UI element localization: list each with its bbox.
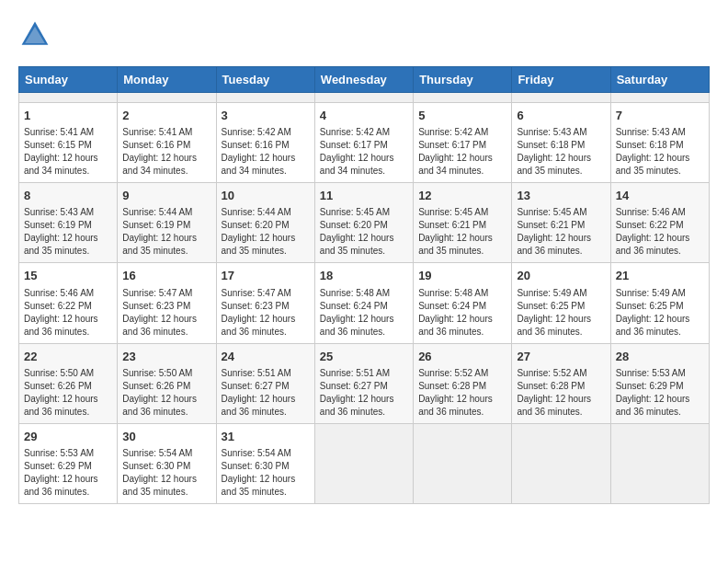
day-number: 26 (418, 349, 506, 365)
calendar-cell (314, 93, 413, 103)
day-info: Sunrise: 5:43 AMSunset: 6:18 PMDaylight:… (616, 126, 704, 178)
day-info: Sunrise: 5:45 AMSunset: 6:21 PMDaylight:… (418, 206, 506, 258)
calendar-cell (314, 423, 413, 503)
calendar-cell: 27Sunrise: 5:52 AMSunset: 6:28 PMDayligh… (512, 343, 610, 423)
day-info: Sunrise: 5:51 AMSunset: 6:27 PMDaylight:… (222, 367, 310, 419)
day-number: 10 (222, 188, 310, 204)
calendar-cell: 4Sunrise: 5:42 AMSunset: 6:17 PMDaylight… (314, 103, 413, 183)
day-info: Sunrise: 5:44 AMSunset: 6:20 PMDaylight:… (222, 206, 310, 258)
day-info: Sunrise: 5:50 AMSunset: 6:26 PMDaylight:… (122, 367, 210, 419)
day-info: Sunrise: 5:47 AMSunset: 6:23 PMDaylight:… (222, 287, 310, 339)
day-info: Sunrise: 5:52 AMSunset: 6:28 PMDaylight:… (517, 367, 605, 419)
day-info: Sunrise: 5:45 AMSunset: 6:21 PMDaylight:… (517, 206, 605, 258)
calendar-cell (414, 423, 512, 503)
day-info: Sunrise: 5:43 AMSunset: 6:18 PMDaylight:… (517, 126, 605, 178)
calendar-cell: 9Sunrise: 5:44 AMSunset: 6:19 PMDaylight… (118, 183, 216, 263)
day-info: Sunrise: 5:42 AMSunset: 6:17 PMDaylight:… (320, 126, 408, 178)
calendar-cell: 5Sunrise: 5:42 AMSunset: 6:17 PMDaylight… (414, 103, 512, 183)
day-number: 7 (616, 108, 704, 124)
calendar-cell (610, 93, 709, 103)
day-number: 21 (616, 268, 704, 284)
day-number: 5 (418, 108, 506, 124)
day-info: Sunrise: 5:54 AMSunset: 6:30 PMDaylight:… (122, 447, 210, 499)
logo-icon (18, 18, 51, 52)
day-number: 8 (24, 188, 112, 204)
day-info: Sunrise: 5:41 AMSunset: 6:15 PMDaylight:… (24, 126, 112, 178)
day-info: Sunrise: 5:45 AMSunset: 6:20 PMDaylight:… (320, 206, 408, 258)
calendar-cell: 26Sunrise: 5:52 AMSunset: 6:28 PMDayligh… (414, 343, 512, 423)
calendar-cell: 16Sunrise: 5:47 AMSunset: 6:23 PMDayligh… (118, 263, 216, 343)
day-number: 14 (616, 188, 704, 204)
day-number: 29 (24, 429, 112, 445)
day-number: 16 (122, 268, 210, 284)
calendar-cell: 23Sunrise: 5:50 AMSunset: 6:26 PMDayligh… (118, 343, 216, 423)
day-info: Sunrise: 5:42 AMSunset: 6:17 PMDaylight:… (418, 126, 506, 178)
calendar-cell: 3Sunrise: 5:42 AMSunset: 6:16 PMDaylight… (216, 103, 314, 183)
calendar-cell: 30Sunrise: 5:54 AMSunset: 6:30 PMDayligh… (118, 423, 216, 503)
day-info: Sunrise: 5:52 AMSunset: 6:28 PMDaylight:… (418, 367, 506, 419)
calendar-cell: 1Sunrise: 5:41 AMSunset: 6:15 PMDaylight… (19, 103, 118, 183)
day-header-tuesday: Tuesday (216, 67, 314, 93)
calendar-cell: 7Sunrise: 5:43 AMSunset: 6:18 PMDaylight… (610, 103, 709, 183)
day-number: 2 (122, 108, 210, 124)
day-info: Sunrise: 5:46 AMSunset: 6:22 PMDaylight:… (616, 206, 704, 258)
calendar: SundayMondayTuesdayWednesdayThursdayFrid… (18, 66, 710, 504)
day-number: 28 (616, 349, 704, 365)
day-info: Sunrise: 5:44 AMSunset: 6:19 PMDaylight:… (122, 206, 210, 258)
calendar-cell: 8Sunrise: 5:43 AMSunset: 6:19 PMDaylight… (19, 183, 118, 263)
day-info: Sunrise: 5:53 AMSunset: 6:29 PMDaylight:… (616, 367, 704, 419)
day-number: 11 (320, 188, 408, 204)
calendar-cell: 13Sunrise: 5:45 AMSunset: 6:21 PMDayligh… (512, 183, 610, 263)
day-info: Sunrise: 5:54 AMSunset: 6:30 PMDaylight:… (222, 447, 310, 499)
calendar-cell (610, 423, 709, 503)
calendar-cell (19, 93, 118, 103)
day-number: 3 (222, 108, 310, 124)
calendar-cell (216, 93, 314, 103)
day-header-monday: Monday (118, 67, 216, 93)
week-row-0 (19, 93, 710, 103)
day-info: Sunrise: 5:48 AMSunset: 6:24 PMDaylight:… (320, 287, 408, 339)
day-info: Sunrise: 5:49 AMSunset: 6:25 PMDaylight:… (517, 287, 605, 339)
day-info: Sunrise: 5:50 AMSunset: 6:26 PMDaylight:… (24, 367, 112, 419)
day-number: 23 (122, 349, 210, 365)
calendar-cell: 17Sunrise: 5:47 AMSunset: 6:23 PMDayligh… (216, 263, 314, 343)
calendar-cell: 14Sunrise: 5:46 AMSunset: 6:22 PMDayligh… (610, 183, 709, 263)
day-header-wednesday: Wednesday (314, 67, 413, 93)
week-row-1: 1Sunrise: 5:41 AMSunset: 6:15 PMDaylight… (19, 103, 710, 183)
logo (18, 18, 55, 52)
day-number: 25 (320, 349, 408, 365)
calendar-cell: 12Sunrise: 5:45 AMSunset: 6:21 PMDayligh… (414, 183, 512, 263)
week-row-3: 15Sunrise: 5:46 AMSunset: 6:22 PMDayligh… (19, 263, 710, 343)
calendar-cell: 6Sunrise: 5:43 AMSunset: 6:18 PMDaylight… (512, 103, 610, 183)
day-header-thursday: Thursday (414, 67, 512, 93)
day-number: 27 (517, 349, 605, 365)
calendar-cell: 29Sunrise: 5:53 AMSunset: 6:29 PMDayligh… (19, 423, 118, 503)
week-row-4: 22Sunrise: 5:50 AMSunset: 6:26 PMDayligh… (19, 343, 710, 423)
calendar-cell: 28Sunrise: 5:53 AMSunset: 6:29 PMDayligh… (610, 343, 709, 423)
day-header-saturday: Saturday (610, 67, 709, 93)
header-row: SundayMondayTuesdayWednesdayThursdayFrid… (19, 67, 710, 93)
calendar-cell: 25Sunrise: 5:51 AMSunset: 6:27 PMDayligh… (314, 343, 413, 423)
day-header-friday: Friday (512, 67, 610, 93)
day-number: 20 (517, 268, 605, 284)
day-number: 4 (320, 108, 408, 124)
day-info: Sunrise: 5:53 AMSunset: 6:29 PMDaylight:… (24, 447, 112, 499)
day-info: Sunrise: 5:41 AMSunset: 6:16 PMDaylight:… (122, 126, 210, 178)
calendar-cell: 24Sunrise: 5:51 AMSunset: 6:27 PMDayligh… (216, 343, 314, 423)
day-number: 30 (122, 429, 210, 445)
day-number: 1 (24, 108, 112, 124)
day-number: 12 (418, 188, 506, 204)
calendar-cell: 18Sunrise: 5:48 AMSunset: 6:24 PMDayligh… (314, 263, 413, 343)
day-info: Sunrise: 5:43 AMSunset: 6:19 PMDaylight:… (24, 206, 112, 258)
calendar-cell: 2Sunrise: 5:41 AMSunset: 6:16 PMDaylight… (118, 103, 216, 183)
day-info: Sunrise: 5:47 AMSunset: 6:23 PMDaylight:… (122, 287, 210, 339)
calendar-cell: 19Sunrise: 5:48 AMSunset: 6:24 PMDayligh… (414, 263, 512, 343)
day-number: 6 (517, 108, 605, 124)
calendar-cell (512, 93, 610, 103)
day-info: Sunrise: 5:51 AMSunset: 6:27 PMDaylight:… (320, 367, 408, 419)
day-number: 15 (24, 268, 112, 284)
calendar-cell: 22Sunrise: 5:50 AMSunset: 6:26 PMDayligh… (19, 343, 118, 423)
calendar-cell (414, 93, 512, 103)
day-number: 24 (222, 349, 310, 365)
day-info: Sunrise: 5:49 AMSunset: 6:25 PMDaylight:… (616, 287, 704, 339)
